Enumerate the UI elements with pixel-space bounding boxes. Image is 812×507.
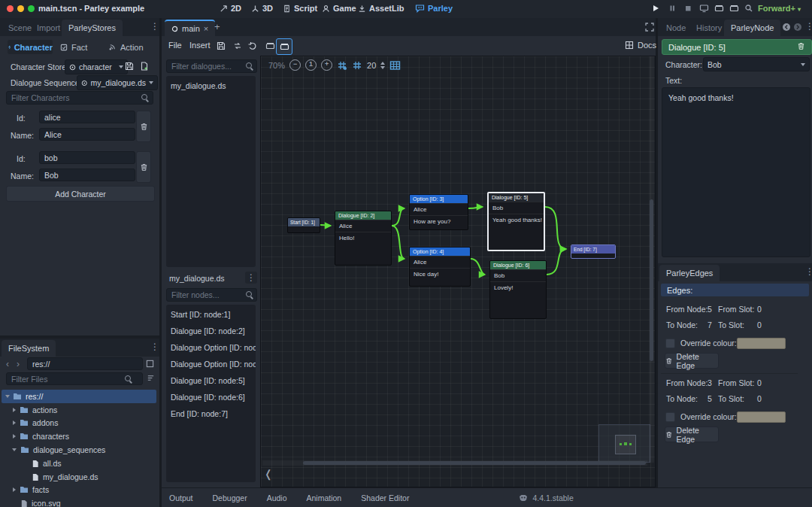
nav-back-icon[interactable]: ‹: [6, 359, 9, 369]
graph-edge[interactable]: [471, 259, 485, 275]
filter-nodes-input[interactable]: [166, 288, 257, 302]
graph-node-dialogue-2[interactable]: Dialogue [ID: 2] Alice Hello!: [335, 211, 392, 266]
movie-maker-icon[interactable]: [714, 4, 724, 14]
tab-main-scene[interactable]: main ×: [165, 20, 215, 36]
collapse-sidebar-icon[interactable]: ❬: [264, 468, 273, 480]
history-forward-icon[interactable]: [792, 22, 802, 32]
dialogue-sequence-dropdown[interactable]: my_dialogue.ds: [77, 75, 158, 90]
graph-edge[interactable]: [545, 207, 566, 249]
graph-edge[interactable]: [392, 208, 404, 226]
tab-history[interactable]: History: [689, 20, 729, 36]
bottom-tab-shader-editor[interactable]: Shader Editor: [361, 493, 409, 502]
file-tree-item[interactable]: actions: [2, 403, 156, 417]
test-dialogue-from-start-icon[interactable]: [276, 38, 292, 55]
history-back-icon[interactable]: [781, 22, 791, 32]
delete-character-button[interactable]: [136, 151, 151, 183]
renderer-selector[interactable]: Forward+ ▾: [758, 4, 801, 13]
graph-minimap[interactable]: [598, 424, 650, 463]
graph-edge[interactable]: [392, 226, 404, 259]
dialogue-menu-icon[interactable]: ⋮: [245, 272, 257, 284]
play-button[interactable]: [651, 4, 660, 14]
zoom-reset-button[interactable]: 1: [305, 59, 317, 71]
character-store-dropdown[interactable]: character: [65, 59, 128, 74]
zoom-in-button[interactable]: +: [321, 59, 332, 71]
file-tree-item[interactable]: addons: [2, 416, 156, 430]
workspace-assetlib-button[interactable]: AssetLib: [358, 4, 404, 13]
snap-distance-value[interactable]: 20: [367, 61, 376, 70]
dock-menu-icon[interactable]: ⋮: [150, 23, 159, 30]
character-id-field[interactable]: [39, 111, 135, 123]
workspace-3d-button[interactable]: 3D: [251, 4, 273, 13]
tab-parleynode[interactable]: ParleyNode: [724, 20, 780, 36]
bottom-tab-debugger[interactable]: Debugger: [213, 493, 247, 502]
expand-bottom-panel-icon[interactable]: [644, 22, 655, 32]
menu-file[interactable]: File: [168, 41, 182, 50]
delete-edge-button[interactable]: Delete Edge: [665, 353, 719, 369]
colour-swatch[interactable]: [737, 411, 786, 423]
graph-node-start[interactable]: Start [ID: 1]: [287, 217, 320, 233]
file-tree-item[interactable]: dialogue_sequences: [2, 443, 156, 457]
tab-action[interactable]: Action: [108, 40, 144, 54]
snap-toggle-icon[interactable]: [337, 60, 347, 71]
pause-button[interactable]: [668, 4, 677, 14]
node-list-item[interactable]: End [ID: node:7]: [171, 409, 228, 418]
zoom-out-button[interactable]: −: [289, 59, 301, 71]
colour-swatch[interactable]: [737, 338, 786, 349]
stop-button[interactable]: [683, 4, 692, 14]
file-tree-item[interactable]: icon.svg: [2, 496, 156, 507]
workspace-parley-button[interactable]: Parley: [415, 4, 453, 13]
split-view-icon[interactable]: [144, 358, 155, 369]
caret-right-icon[interactable]: [13, 408, 16, 412]
graph-edge[interactable]: [468, 207, 483, 208]
file-tree-item-root[interactable]: res://: [2, 390, 156, 403]
caret-right-icon[interactable]: [13, 487, 16, 492]
filter-characters-input[interactable]: [6, 91, 153, 105]
character-dropdown[interactable]: Bob: [703, 57, 810, 71]
node-list-item[interactable]: Dialogue Option [ID: nod...: [171, 343, 256, 352]
minimize-window-button[interactable]: [17, 5, 24, 12]
delete-edge-button[interactable]: Delete Edge: [665, 427, 719, 442]
menu-insert[interactable]: Insert: [189, 41, 211, 50]
tab-fact[interactable]: Fact: [60, 40, 87, 54]
graph-horizontal-scrollbar[interactable]: [262, 460, 647, 466]
save-dialogue-icon[interactable]: [216, 41, 226, 51]
graph-node-end[interactable]: End [ID: 7]: [571, 244, 616, 259]
customize-run-icon[interactable]: [744, 4, 753, 14]
workspace-script-button[interactable]: Script: [283, 4, 317, 13]
node-list-item[interactable]: Dialogue [ID: node:2]: [171, 326, 245, 335]
override-colour-checkbox[interactable]: [665, 412, 675, 422]
tab-filesystem[interactable]: FileSystem: [2, 340, 56, 357]
dialogue-file-item[interactable]: my_dialogue.ds: [171, 81, 226, 90]
new-tab-button[interactable]: +: [214, 21, 220, 32]
node-list-item[interactable]: Dialogue Option [ID: nod...: [171, 360, 256, 369]
movie-writer-icon[interactable]: [729, 4, 739, 14]
undo-icon[interactable]: [247, 41, 258, 51]
node-list-item[interactable]: Dialogue [ID: node:6]: [171, 393, 245, 402]
new-store-button[interactable]: [138, 59, 150, 73]
bottom-tab-audio[interactable]: Audio: [267, 493, 287, 502]
node-list-item[interactable]: Dialogue [ID: node:5]: [171, 376, 245, 385]
test-dialogue-icon[interactable]: [265, 41, 275, 51]
character-name-field[interactable]: [39, 128, 135, 141]
graph-edge[interactable]: [320, 225, 331, 226]
caret-down-icon[interactable]: [5, 395, 10, 398]
graph-node-dialogue-5[interactable]: Dialogue [ID: 5] Bob Yeah good thanks!: [487, 192, 545, 251]
caret-right-icon[interactable]: [13, 420, 16, 425]
filter-files-input[interactable]: [6, 372, 143, 385]
path-breadcrumb[interactable]: [27, 357, 143, 370]
graph-vertical-scrollbar[interactable]: [649, 56, 654, 463]
bottom-tab-output[interactable]: Output: [169, 493, 193, 502]
tab-parleyedges[interactable]: ParleyEdges: [659, 265, 720, 281]
bottom-tab-animation[interactable]: Animation: [307, 493, 342, 502]
remote-debug-icon[interactable]: [699, 4, 709, 14]
delete-node-button[interactable]: [797, 42, 805, 52]
dock-menu-icon[interactable]: ⋮: [805, 23, 812, 30]
graph-node-dialogue-6[interactable]: Dialogue [ID: 6] Bob Lovely!: [489, 260, 547, 319]
version-info[interactable]: 4.4.1.stable: [519, 493, 573, 502]
dock-menu-icon[interactable]: ⋮: [150, 343, 159, 351]
override-colour-checkbox[interactable]: [665, 339, 675, 348]
workspace-2d-button[interactable]: 2D: [220, 4, 241, 13]
workspace-game-button[interactable]: Game: [322, 4, 356, 13]
character-name-field[interactable]: [39, 168, 135, 181]
minimap-toggle-icon[interactable]: [389, 60, 401, 71]
